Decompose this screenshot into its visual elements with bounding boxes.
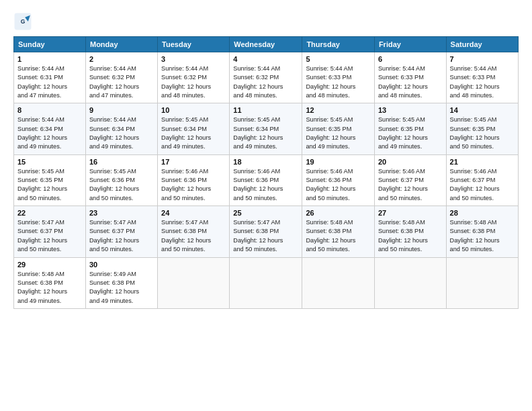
page: G SundayMondayTuesdayWednesdayThursdayFr…	[0, 0, 532, 411]
day-info: Sunrise: 5:44 AMSunset: 6:32 PMDaylight:…	[161, 65, 211, 99]
calendar-cell: 21Sunrise: 5:46 AMSunset: 6:37 PMDayligh…	[446, 154, 518, 205]
day-number: 28	[450, 209, 515, 217]
header: G	[13, 12, 519, 31]
day-info: Sunrise: 5:48 AMSunset: 6:38 PMDaylight:…	[450, 219, 500, 253]
calendar-cell: 18Sunrise: 5:46 AMSunset: 6:36 PMDayligh…	[230, 154, 302, 205]
day-number: 23	[89, 209, 154, 217]
calendar-week-row: 8Sunrise: 5:44 AMSunset: 6:34 PMDaylight…	[14, 103, 519, 154]
day-info: Sunrise: 5:45 AMSunset: 6:35 PMDaylight:…	[306, 116, 355, 150]
day-number: 24	[161, 209, 226, 217]
day-info: Sunrise: 5:46 AMSunset: 6:36 PMDaylight:…	[233, 168, 283, 201]
day-info: Sunrise: 5:45 AMSunset: 6:35 PMDaylight:…	[450, 116, 500, 150]
calendar-week-row: 22Sunrise: 5:47 AMSunset: 6:37 PMDayligh…	[14, 206, 519, 257]
day-number: 19	[306, 158, 371, 166]
calendar-week-row: 29Sunrise: 5:48 AMSunset: 6:38 PMDayligh…	[14, 257, 519, 308]
calendar-cell: 27Sunrise: 5:48 AMSunset: 6:38 PMDayligh…	[374, 206, 446, 257]
calendar-cell: 10Sunrise: 5:45 AMSunset: 6:34 PMDayligh…	[158, 103, 230, 154]
day-info: Sunrise: 5:47 AMSunset: 6:38 PMDaylight:…	[233, 219, 283, 253]
calendar-cell: 17Sunrise: 5:46 AMSunset: 6:36 PMDayligh…	[158, 154, 230, 205]
day-info: Sunrise: 5:44 AMSunset: 6:33 PMDaylight:…	[306, 65, 355, 99]
logo: G	[13, 12, 35, 31]
calendar-cell	[446, 257, 518, 308]
calendar-cell: 13Sunrise: 5:45 AMSunset: 6:35 PMDayligh…	[374, 103, 446, 154]
day-number: 27	[378, 209, 443, 217]
day-info: Sunrise: 5:45 AMSunset: 6:35 PMDaylight:…	[17, 168, 67, 201]
day-info: Sunrise: 5:46 AMSunset: 6:36 PMDaylight:…	[306, 168, 355, 201]
calendar-header-cell: Friday	[374, 37, 446, 52]
calendar-cell: 12Sunrise: 5:45 AMSunset: 6:35 PMDayligh…	[302, 103, 375, 154]
day-number: 16	[89, 158, 154, 166]
calendar-cell: 29Sunrise: 5:48 AMSunset: 6:38 PMDayligh…	[14, 257, 86, 308]
day-number: 29	[17, 261, 82, 269]
calendar-cell: 5Sunrise: 5:44 AMSunset: 6:33 PMDaylight…	[302, 52, 375, 103]
calendar-body: 1Sunrise: 5:44 AMSunset: 6:31 PMDaylight…	[14, 52, 519, 309]
day-number: 25	[233, 209, 298, 217]
calendar-cell: 16Sunrise: 5:45 AMSunset: 6:36 PMDayligh…	[85, 154, 157, 205]
calendar-cell: 11Sunrise: 5:45 AMSunset: 6:34 PMDayligh…	[230, 103, 302, 154]
calendar-cell	[230, 257, 302, 308]
day-number: 11	[233, 106, 298, 114]
day-number: 5	[306, 55, 371, 63]
day-number: 12	[306, 106, 371, 114]
calendar-cell: 19Sunrise: 5:46 AMSunset: 6:36 PMDayligh…	[302, 154, 375, 205]
day-info: Sunrise: 5:48 AMSunset: 6:38 PMDaylight:…	[306, 219, 355, 253]
calendar-header-cell: Wednesday	[230, 37, 302, 52]
day-info: Sunrise: 5:45 AMSunset: 6:36 PMDaylight:…	[89, 168, 139, 201]
day-number: 18	[233, 158, 298, 166]
day-info: Sunrise: 5:44 AMSunset: 6:33 PMDaylight:…	[450, 65, 500, 99]
day-info: Sunrise: 5:44 AMSunset: 6:32 PMDaylight:…	[89, 65, 139, 99]
calendar-cell	[374, 257, 446, 308]
calendar-cell: 7Sunrise: 5:44 AMSunset: 6:33 PMDaylight…	[446, 52, 518, 103]
day-number: 21	[450, 158, 515, 166]
day-number: 2	[89, 55, 154, 63]
day-number: 3	[161, 55, 226, 63]
calendar-header-cell: Thursday	[302, 37, 375, 52]
calendar-cell	[158, 257, 230, 308]
day-info: Sunrise: 5:45 AMSunset: 6:34 PMDaylight:…	[161, 116, 211, 150]
day-info: Sunrise: 5:47 AMSunset: 6:38 PMDaylight:…	[161, 219, 211, 253]
day-number: 22	[17, 209, 82, 217]
day-number: 7	[450, 55, 515, 63]
day-info: Sunrise: 5:45 AMSunset: 6:35 PMDaylight:…	[378, 116, 428, 150]
day-number: 9	[89, 106, 154, 114]
calendar-cell: 23Sunrise: 5:47 AMSunset: 6:37 PMDayligh…	[85, 206, 157, 257]
day-number: 8	[17, 106, 82, 114]
calendar-cell: 30Sunrise: 5:49 AMSunset: 6:38 PMDayligh…	[85, 257, 157, 308]
day-number: 1	[17, 55, 82, 63]
calendar-cell: 2Sunrise: 5:44 AMSunset: 6:32 PMDaylight…	[85, 52, 157, 103]
calendar-cell: 8Sunrise: 5:44 AMSunset: 6:34 PMDaylight…	[14, 103, 86, 154]
svg-text:G: G	[21, 18, 26, 25]
day-info: Sunrise: 5:47 AMSunset: 6:37 PMDaylight:…	[17, 219, 67, 253]
day-info: Sunrise: 5:44 AMSunset: 6:34 PMDaylight:…	[17, 116, 67, 150]
day-info: Sunrise: 5:48 AMSunset: 6:38 PMDaylight:…	[17, 271, 67, 304]
day-info: Sunrise: 5:44 AMSunset: 6:33 PMDaylight:…	[378, 65, 428, 99]
day-info: Sunrise: 5:46 AMSunset: 6:37 PMDaylight:…	[450, 168, 500, 201]
day-number: 15	[17, 158, 82, 166]
calendar-cell: 24Sunrise: 5:47 AMSunset: 6:38 PMDayligh…	[158, 206, 230, 257]
day-number: 10	[161, 106, 226, 114]
day-number: 30	[89, 261, 154, 269]
day-number: 6	[378, 55, 443, 63]
day-number: 26	[306, 209, 371, 217]
day-number: 14	[450, 106, 515, 114]
logo-icon: G	[13, 12, 32, 31]
calendar-cell: 1Sunrise: 5:44 AMSunset: 6:31 PMDaylight…	[14, 52, 86, 103]
calendar-cell: 15Sunrise: 5:45 AMSunset: 6:35 PMDayligh…	[14, 154, 86, 205]
calendar-cell: 9Sunrise: 5:44 AMSunset: 6:34 PMDaylight…	[85, 103, 157, 154]
calendar-cell: 20Sunrise: 5:46 AMSunset: 6:37 PMDayligh…	[374, 154, 446, 205]
calendar-cell: 25Sunrise: 5:47 AMSunset: 6:38 PMDayligh…	[230, 206, 302, 257]
calendar-cell: 4Sunrise: 5:44 AMSunset: 6:32 PMDaylight…	[230, 52, 302, 103]
day-info: Sunrise: 5:46 AMSunset: 6:36 PMDaylight:…	[161, 168, 211, 201]
calendar-header-row: SundayMondayTuesdayWednesdayThursdayFrid…	[14, 37, 519, 52]
calendar-cell: 14Sunrise: 5:45 AMSunset: 6:35 PMDayligh…	[446, 103, 518, 154]
day-info: Sunrise: 5:44 AMSunset: 6:31 PMDaylight:…	[17, 65, 67, 99]
day-info: Sunrise: 5:49 AMSunset: 6:38 PMDaylight:…	[89, 271, 139, 304]
day-number: 17	[161, 158, 226, 166]
calendar-cell: 26Sunrise: 5:48 AMSunset: 6:38 PMDayligh…	[302, 206, 375, 257]
calendar-cell	[302, 257, 375, 308]
calendar-header-cell: Monday	[85, 37, 157, 52]
calendar-week-row: 15Sunrise: 5:45 AMSunset: 6:35 PMDayligh…	[14, 154, 519, 205]
day-number: 4	[233, 55, 298, 63]
calendar-cell: 22Sunrise: 5:47 AMSunset: 6:37 PMDayligh…	[14, 206, 86, 257]
calendar-cell: 6Sunrise: 5:44 AMSunset: 6:33 PMDaylight…	[374, 52, 446, 103]
